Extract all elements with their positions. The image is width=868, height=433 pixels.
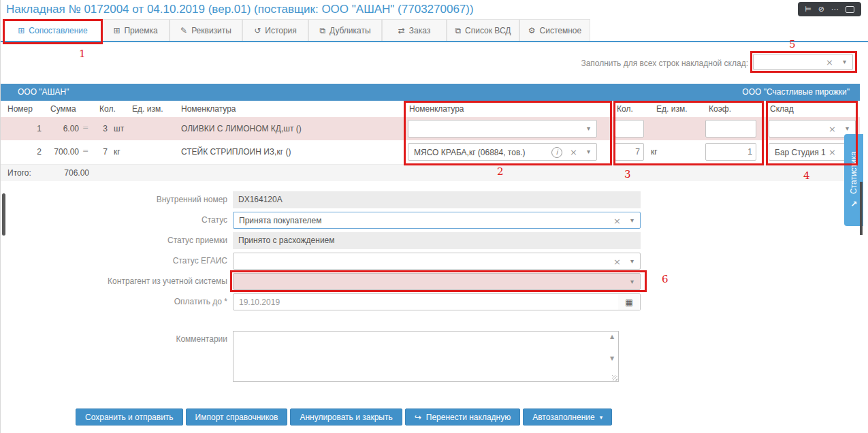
tab-label: История xyxy=(265,26,297,35)
tab-label: Сопоставление xyxy=(29,26,87,35)
save-send-label: Сохранить и отправить xyxy=(85,413,174,422)
action-bar: Сохранить и отправить Импорт справочнико… xyxy=(76,408,612,426)
row-unit: кг xyxy=(114,147,120,157)
resize-handle-icon[interactable] xyxy=(612,375,617,381)
map-nomenclature-select[interactable]: МЯСО КРАБА,кг (06884, тов.) i × ▾ xyxy=(408,143,597,161)
tab-istoriya[interactable]: ↺ История xyxy=(242,19,308,41)
more-icon[interactable]: ⋯ xyxy=(831,5,839,13)
total-value: 706.00 xyxy=(42,168,89,178)
tab-bar: ⊞ Сопоставление ⊞ Приемка ✎ Реквизиты ↺ … xyxy=(1,19,868,42)
acceptance-status-label: Статус приемки xyxy=(1,232,227,245)
col-qty: Кол. xyxy=(99,104,116,114)
chevron-down-icon[interactable]: ▾ xyxy=(843,59,846,65)
chevron-down-icon[interactable]: ▾ xyxy=(587,148,590,155)
clear-icon[interactable]: × xyxy=(613,257,621,266)
annul-close-button[interactable]: Аннулировать и закрыть xyxy=(290,408,402,426)
annul-close-label: Аннулировать и закрыть xyxy=(300,413,392,422)
coef-input[interactable] xyxy=(705,143,756,161)
scroll-down-icon[interactable]: ▼ xyxy=(610,355,614,362)
info-icon[interactable]: i xyxy=(551,147,562,158)
acceptance-status-field: Принято с расхождением xyxy=(233,232,641,249)
status-select[interactable]: Принята покупателем × ▾ xyxy=(233,212,641,229)
internal-number-label: Внутренний номер xyxy=(1,191,227,204)
left-panel-handle[interactable] xyxy=(2,193,5,236)
row-unit: шт xyxy=(114,124,124,133)
store-select[interactable]: × ▾ xyxy=(769,120,856,138)
col-map-name: Номенклатура xyxy=(409,104,464,114)
chart-icon: ↗ xyxy=(850,199,857,209)
clear-icon[interactable]: × xyxy=(826,58,833,67)
tab-label: Системное xyxy=(540,26,582,35)
tab-sistemnoe[interactable]: ⚙ Системное xyxy=(519,19,590,41)
status-value: Принята покупателем xyxy=(239,216,322,225)
row-sum: 6.00 xyxy=(42,124,79,133)
tab-zakaz[interactable]: ⇄ Заказ xyxy=(382,19,447,41)
grid-company-header: ООО "АШАН" ООО "Счастливые пирожки" xyxy=(1,84,860,101)
chevron-down-icon[interactable]: ▾ xyxy=(630,217,634,224)
row-qty: 7 xyxy=(81,147,108,157)
egais-status-select[interactable]: × ▾ xyxy=(233,253,641,270)
chevron-down-icon[interactable]: ▾ xyxy=(630,258,634,265)
import-refs-button[interactable]: Импорт справочников xyxy=(186,408,288,426)
tab-spisok-vsd[interactable]: ⧉ Список ВСД xyxy=(447,19,519,41)
repeat-icon: ⇄ xyxy=(398,26,405,35)
counterparty-select[interactable]: ▾ xyxy=(233,273,641,290)
map-qty-input[interactable] xyxy=(615,120,644,138)
edit-icon: ✎ xyxy=(180,26,187,35)
tab-dublikaty[interactable]: ⧉ Дубликаты xyxy=(308,19,382,41)
clear-icon[interactable]: × xyxy=(570,148,577,157)
transfer-invoice-button[interactable]: ↪ Перенести накладную xyxy=(405,408,521,426)
row-qty: 3 xyxy=(81,124,108,133)
chevron-down-icon[interactable]: ▾ xyxy=(846,125,849,132)
vertical-scrollbar[interactable] xyxy=(860,182,863,235)
tab-label: Список ВСД xyxy=(465,26,511,35)
col-name: Номенклатура xyxy=(181,104,236,114)
clear-icon[interactable]: × xyxy=(613,216,621,225)
overlay-toolbar: ⊨ ⊘ ⋯ xyxy=(798,2,861,16)
comments-label: Комментарии xyxy=(1,331,227,344)
autofill-button[interactable]: Автозаполнение ▾ xyxy=(523,408,612,426)
col-unit: Ед. изм. xyxy=(132,104,163,114)
chevron-down-icon[interactable]: ▾ xyxy=(587,125,590,132)
row-nomenclature: ОЛИВКИ С ЛИМОНОМ КД,шт () xyxy=(181,124,302,133)
tab-priemka[interactable]: ⊞ Приемка xyxy=(101,19,170,41)
coef-input[interactable] xyxy=(705,120,756,138)
pay-until-input[interactable] xyxy=(233,293,619,310)
tab-rekvizity[interactable]: ✎ Реквизиты xyxy=(170,19,242,41)
row-num: 1 xyxy=(7,124,42,133)
chevron-down-icon: ▾ xyxy=(600,414,603,421)
col-sum: Сумма xyxy=(50,104,76,114)
egais-status-label: Статус ЕГАИС xyxy=(1,253,227,266)
map-nomenclature-select[interactable]: ▾ xyxy=(408,120,597,138)
calendar-icon[interactable]: ▦ xyxy=(618,293,641,310)
transfer-invoice-label: Перенести накладную xyxy=(426,413,511,422)
tab-sopostavlenie[interactable]: ⊞ Сопоставление xyxy=(4,19,101,41)
internal-number-field: DX164120A xyxy=(233,191,641,208)
chevron-down-icon[interactable]: ▾ xyxy=(630,278,634,285)
save-send-button[interactable]: Сохранить и отправить xyxy=(76,408,183,426)
map-qty-input[interactable] xyxy=(615,143,644,161)
table-icon: ⊞ xyxy=(113,26,120,35)
copy-icon: ⧉ xyxy=(319,26,325,35)
tab-label: Дубликаты xyxy=(329,26,371,35)
total-label: Итого: xyxy=(7,168,31,178)
comment-icon[interactable] xyxy=(846,6,854,13)
scroll-up-icon[interactable]: ▲ xyxy=(610,334,614,340)
invoice-page: Накладная № 0172004 от 04.10.2019 (вер.0… xyxy=(0,0,868,433)
comments-textarea[interactable] xyxy=(233,331,619,382)
share-arrow-icon: ↪ xyxy=(415,413,421,422)
table-row: 2 700.00 = 7 кг СТЕЙК СТРИПЛОИН ИЗ,кг ()… xyxy=(1,140,860,164)
align-icon[interactable]: ⊨ xyxy=(805,5,811,13)
store-value: Бар Студия 1 xyxy=(775,148,826,157)
table-icon: ⊞ xyxy=(18,26,25,35)
counterparty-label: Контрагент из учетной системы xyxy=(1,273,227,286)
store-select[interactable]: Бар Студия 1 × xyxy=(769,143,856,161)
clear-icon[interactable]: × xyxy=(829,148,836,157)
link-icon[interactable]: ⊘ xyxy=(818,5,824,13)
annotation-number-6: 6 xyxy=(662,273,669,285)
clear-icon[interactable]: × xyxy=(829,125,836,133)
fill-all-stores-select[interactable]: × ▾ xyxy=(753,54,853,70)
buyer-name: ООО "Счастливые пирожки" xyxy=(742,87,850,97)
tab-label: Заказ xyxy=(409,26,430,35)
import-refs-label: Импорт справочников xyxy=(195,413,278,422)
